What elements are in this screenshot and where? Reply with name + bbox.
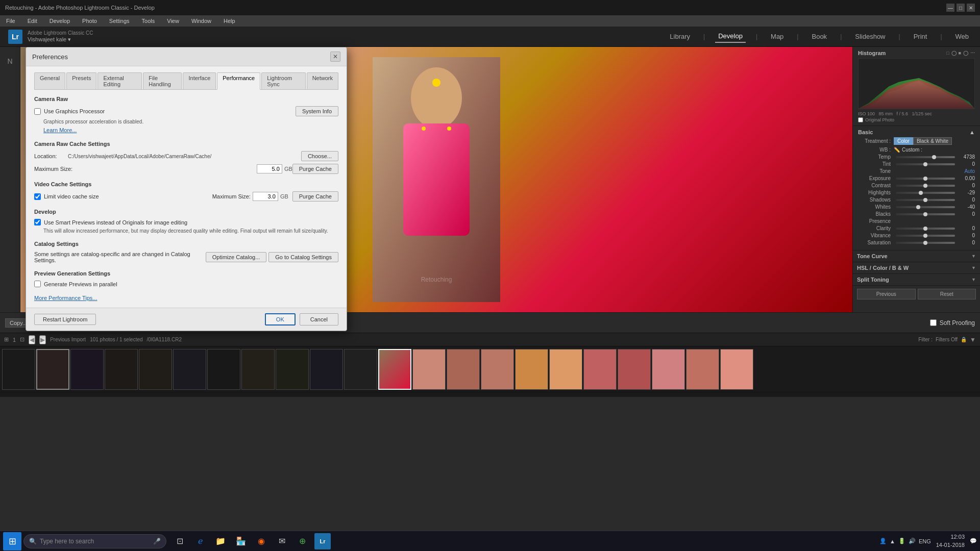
module-print[interactable]: Print [911, 31, 930, 42]
film-thumb-19[interactable] [618, 349, 651, 390]
whites-slider[interactable] [896, 206, 955, 208]
menu-photo[interactable]: Photo [80, 17, 99, 25]
module-web[interactable]: Web [952, 31, 972, 42]
purge-cache-btn-1[interactable]: Purge Cache [292, 164, 338, 174]
notification-icon[interactable]: 💬 [970, 538, 977, 544]
minimize-btn[interactable]: — [946, 4, 954, 12]
purge-cache-btn-2[interactable]: Purge Cache [292, 191, 338, 202]
prev-arrow[interactable]: ◀ [29, 335, 35, 344]
taskbar-lr[interactable]: Lr [314, 533, 331, 549]
film-thumb-20[interactable] [652, 349, 685, 390]
menu-develop[interactable]: Develop [47, 17, 72, 25]
tab-network[interactable]: Network [307, 72, 338, 89]
filmstrip-scrollbar[interactable] [0, 392, 980, 397]
blacks-slider[interactable] [896, 213, 955, 215]
film-thumb-8[interactable] [241, 349, 275, 390]
film-thumb-9[interactable] [276, 349, 309, 390]
menu-file[interactable]: File [4, 17, 17, 25]
film-thumb-15[interactable] [481, 349, 514, 390]
tab-presets[interactable]: Presets [66, 72, 96, 89]
taskbar-files[interactable]: 📁 [212, 533, 229, 549]
taskbar-email[interactable]: ✉ [274, 533, 290, 549]
max-size-input[interactable]: 5.0 [257, 164, 282, 173]
highlights-slider[interactable] [896, 192, 955, 194]
film-thumb-10[interactable] [310, 349, 343, 390]
close-window-btn[interactable]: ✕ [967, 4, 975, 12]
saturation-slider[interactable] [896, 242, 955, 244]
perf-tips-link[interactable]: More Performance Tips... [34, 295, 97, 301]
menu-tools[interactable]: Tools [140, 17, 157, 25]
bw-btn[interactable]: Black & White [913, 137, 952, 145]
system-info-btn[interactable]: System Info [296, 106, 338, 116]
dialog-close-btn[interactable]: ✕ [330, 52, 340, 62]
histogram-header[interactable]: Histogram □ ◯ ■ ◯ ⋯ [858, 50, 975, 56]
soft-proof-checkbox[interactable] [930, 319, 937, 326]
compare-view-btn[interactable]: ⊡ [20, 336, 24, 343]
go-to-catalog-btn[interactable]: Go to Catalog Settings [268, 252, 338, 262]
film-thumb-21[interactable] [686, 349, 719, 390]
taskbar-task-view[interactable]: ⊡ [172, 533, 188, 549]
restart-lightroom-btn[interactable]: Restart Lightroom [34, 314, 96, 325]
shadows-slider[interactable] [896, 199, 955, 201]
tab-general[interactable]: General [34, 72, 65, 89]
previous-btn[interactable]: Previous [857, 289, 916, 299]
learn-more-link[interactable]: Learn More... [43, 127, 77, 133]
film-thumb-13[interactable] [412, 349, 446, 390]
tab-performance[interactable]: Performance [217, 72, 260, 90]
tint-slider[interactable] [896, 163, 955, 165]
tab-file-handling[interactable]: File Handling [143, 72, 182, 89]
loupe-view-btn[interactable]: 1 [13, 337, 16, 343]
film-thumb-12[interactable] [378, 349, 411, 390]
search-bar[interactable]: 🔍 Type here to search 🎤 [23, 534, 166, 548]
original-photo-checkbox[interactable] [858, 117, 863, 122]
hsl-header[interactable]: HSL / Color / B & W ▼ [853, 262, 980, 274]
generate-parallel-checkbox[interactable] [34, 281, 41, 287]
optimize-catalog-btn[interactable]: Optimize Catalog... [206, 252, 267, 262]
choose-btn[interactable]: Choose... [301, 151, 338, 161]
film-thumb-6[interactable] [173, 349, 206, 390]
reset-btn[interactable]: Reset [918, 289, 976, 299]
vibrance-slider[interactable] [896, 235, 955, 237]
module-map[interactable]: Map [768, 31, 787, 42]
film-thumb-1[interactable] [2, 349, 35, 390]
menu-edit[interactable]: Edit [26, 17, 39, 25]
menu-view[interactable]: View [165, 17, 181, 25]
cancel-btn[interactable]: Cancel [300, 313, 338, 325]
taskbar-edge[interactable]: ℯ [192, 533, 208, 549]
color-btn[interactable]: Color [894, 137, 913, 145]
taskbar-store[interactable]: 🏪 [233, 533, 249, 549]
film-thumb-7[interactable] [207, 349, 240, 390]
film-thumb-14[interactable] [447, 349, 480, 390]
tone-auto[interactable]: Auto [964, 168, 975, 174]
module-library[interactable]: Library [667, 31, 693, 42]
basic-header[interactable]: Basic ▲ [858, 129, 975, 135]
maximize-btn[interactable]: □ [957, 4, 965, 12]
film-thumb-5[interactable] [139, 349, 172, 390]
smart-previews-checkbox[interactable] [34, 219, 41, 226]
contrast-slider[interactable] [896, 185, 955, 187]
temp-slider[interactable] [896, 156, 955, 158]
grid-view-btn[interactable]: ⊞ [4, 336, 9, 343]
split-toning-header[interactable]: Split Toning ▼ [853, 274, 980, 286]
limit-video-checkbox[interactable] [34, 193, 41, 200]
menu-settings[interactable]: Settings [107, 17, 132, 25]
film-thumb-2[interactable] [36, 349, 69, 390]
taskbar-chrome[interactable]: ⊕ [294, 533, 310, 549]
tab-interface[interactable]: Interface [183, 72, 216, 89]
use-gpu-checkbox[interactable] [34, 108, 41, 115]
film-thumb-17[interactable] [549, 349, 582, 390]
module-develop[interactable]: Develop [715, 30, 746, 43]
previous-import[interactable]: Previous Import [50, 337, 86, 342]
start-button[interactable]: ⊞ [3, 532, 21, 550]
menu-help[interactable]: Help [222, 17, 237, 25]
film-thumb-22[interactable] [720, 349, 753, 390]
film-thumb-4[interactable] [105, 349, 138, 390]
film-thumb-16[interactable] [515, 349, 548, 390]
clarity-slider[interactable] [896, 228, 955, 230]
tab-lightroom-sync[interactable]: Lightroom Sync [261, 72, 305, 89]
module-book[interactable]: Book [808, 31, 830, 42]
taskbar-browser[interactable]: ◉ [253, 533, 270, 549]
next-arrow[interactable]: ▶ [39, 335, 46, 344]
module-slideshow[interactable]: Slideshow [852, 31, 888, 42]
tab-external-editing[interactable]: External Editing [97, 72, 142, 89]
